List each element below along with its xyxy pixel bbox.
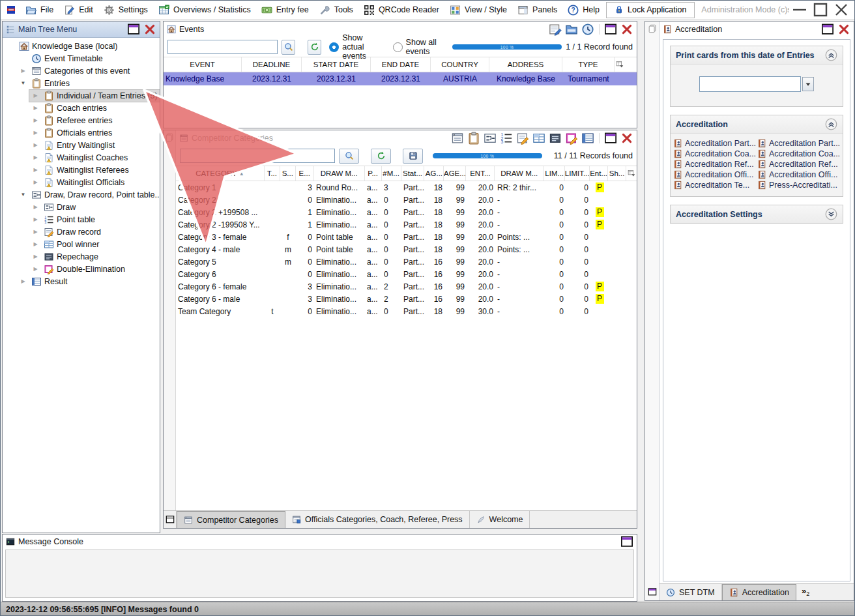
expand-arrow-icon[interactable]: ▶ xyxy=(18,278,29,284)
expand-arrow-icon[interactable]: ▶ xyxy=(30,216,41,222)
events-column-country[interactable]: COUNTRY xyxy=(431,57,489,72)
events-table-row[interactable]: Knowledge Base2023.12.312023.12.312023.1… xyxy=(164,72,637,85)
accreditation-button-accreditation-ref[interactable]: Accreditation Ref... xyxy=(673,160,756,169)
events-refresh-button[interactable] xyxy=(308,40,321,55)
accreditation-button-press-accreditati[interactable]: Press-Accreditati... xyxy=(757,181,840,190)
categories-column-ent-14[interactable]: Ent... xyxy=(590,166,608,181)
collapse-group-button[interactable] xyxy=(825,118,837,130)
accreditation-button-accreditation-te[interactable]: Accreditation Te... xyxy=(673,181,756,190)
collapse-group-button[interactable] xyxy=(825,49,837,61)
menu-item-entry-fee[interactable]: Entry fee xyxy=(256,1,314,19)
panel-maximize-icon[interactable] xyxy=(127,23,140,35)
message-console-body[interactable] xyxy=(5,550,634,598)
tree-item-result[interactable]: ▶Result xyxy=(3,275,160,287)
categories-column-category-0[interactable]: CATEGORY▲ xyxy=(176,166,265,181)
categories-column-m-6[interactable]: #M... xyxy=(382,166,401,181)
categories-search-input[interactable] xyxy=(180,149,335,163)
radio-show-all-events[interactable]: Show all events xyxy=(393,38,440,56)
expand-arrow-icon[interactable]: ▶ xyxy=(30,93,41,98)
expand-arrow-icon[interactable]: ▶ xyxy=(30,117,41,123)
print-date-dropdown-button[interactable] xyxy=(802,77,814,91)
window-close-button[interactable] xyxy=(831,1,852,19)
expand-arrow-icon[interactable]: ▶ xyxy=(30,154,41,160)
panel-close-icon[interactable] xyxy=(837,23,850,35)
categories-column-ag-8[interactable]: AG... xyxy=(424,166,444,181)
tree-item-draw-record[interactable]: ▶Draw record xyxy=(3,226,160,238)
lock-application-button[interactable]: Lock Application xyxy=(606,2,695,18)
pages-icon[interactable] xyxy=(648,24,657,33)
expand-arrow-icon[interactable]: ▶ xyxy=(30,142,41,148)
categories-table-row-category-2-199508[interactable]: Category 2 +199508 ...1Eliminatio...a...… xyxy=(176,206,637,218)
expand-arrow-icon[interactable]: ▶ xyxy=(30,254,41,259)
tree-item-pool-winner[interactable]: ▶Pool winner xyxy=(3,238,160,250)
expand-arrow-icon[interactable]: ▶ xyxy=(30,130,41,136)
categories-table-row-category-6[interactable]: Category 60Eliminatio...a...0Part...1699… xyxy=(176,268,637,280)
categories-column-draw-m-4[interactable]: DRAW M... xyxy=(314,166,365,181)
categories-column-lim-12[interactable]: LIM... xyxy=(544,166,565,181)
menu-item-panels[interactable]: Panels xyxy=(512,1,562,19)
toolbar-draw-record-icon[interactable] xyxy=(516,132,529,144)
tree-item-officials-entries[interactable]: ▶Officials entries xyxy=(3,126,160,139)
categories-column-e-3[interactable]: E... xyxy=(296,166,314,181)
tab-overflow-button[interactable]: » 2 xyxy=(796,584,815,600)
tab-competitor-categories[interactable]: Competitor Categories xyxy=(177,511,285,528)
panel-close-icon[interactable] xyxy=(620,23,633,35)
app-icon[interactable] xyxy=(6,5,16,15)
accreditation-button-accreditation-offi[interactable]: Accreditation Offi... xyxy=(757,170,840,179)
events-search-button[interactable] xyxy=(282,40,295,55)
expand-arrow-icon[interactable]: ▶ xyxy=(18,68,29,74)
categories-table-row-category-5[interactable]: Category 5m0Eliminatio...a...0Part...169… xyxy=(176,256,637,268)
expand-arrow-icon[interactable]: ▶ xyxy=(30,179,41,185)
tree-item-draw[interactable]: ▶Draw xyxy=(3,201,160,213)
events-column-event[interactable]: EVENT xyxy=(164,57,242,72)
tree-item-individual-team-entries-5[interactable]: ▶Individual / Team Entries (5) xyxy=(3,89,160,102)
panel-maximize-icon[interactable] xyxy=(821,23,834,35)
categories-table-row-category-3-female[interactable]: Category 3 - femalef0Point tablea...0Par… xyxy=(176,231,637,243)
categories-table-row-category-1[interactable]: Category 13Round Ro...a...3Part...189920… xyxy=(176,181,637,194)
categories-column-sh-15[interactable]: Sh... xyxy=(608,166,626,181)
categories-column-ent-10[interactable]: ENT... xyxy=(466,166,495,181)
menu-item-view-style[interactable]: View / Style xyxy=(444,1,512,19)
tree-item-waitinglist-coaches[interactable]: ▶Waitinglist Coaches xyxy=(3,151,160,164)
tree-item-event-timetable[interactable]: Event Timetable xyxy=(3,52,160,65)
categories-column-t-1[interactable]: T... xyxy=(265,166,280,181)
collapse-arrow-icon[interactable]: ▼ xyxy=(18,192,29,198)
categories-column-age-9[interactable]: AGE... xyxy=(444,166,466,181)
events-column-start-date[interactable]: START DATE xyxy=(302,57,371,72)
tree-item-referee-entries[interactable]: ▶Referee entries xyxy=(3,114,160,126)
tree-item-double-elimination[interactable]: ▶Double-Elimination xyxy=(3,263,160,275)
toolbar-repechage-icon[interactable] xyxy=(549,132,562,144)
categories-table-row-team-category[interactable]: Team Categoryt0Eliminatio...a...0Part...… xyxy=(176,305,637,317)
tree-item-knowledge-base-local[interactable]: Knowledge Base (local) xyxy=(3,40,160,52)
categories-table-row-category-6-male[interactable]: Category 6 - male3Eliminatio...a...2Part… xyxy=(176,293,637,305)
events-column-type[interactable]: TYPE xyxy=(562,57,615,72)
panel-maximize-icon[interactable] xyxy=(620,536,633,548)
tab-set-dtm[interactable]: SET DTM xyxy=(659,584,722,600)
panel-maximize-icon[interactable] xyxy=(604,132,617,144)
pages-icon[interactable] xyxy=(165,133,174,142)
minimize-button[interactable] xyxy=(789,1,810,19)
tree-item-waitinglist-referees[interactable]: ▶Waitinglist Referees xyxy=(3,164,160,176)
maximize-button[interactable] xyxy=(810,1,831,19)
tree-item-entry-waitinglist[interactable]: ▶Entry Waitinglist xyxy=(3,139,160,151)
events-column-address[interactable]: ADDRESS xyxy=(489,57,562,72)
categories-refresh-button[interactable] xyxy=(371,149,391,164)
accreditation-button-accreditation-offi[interactable]: Accreditation Offi... xyxy=(673,170,756,179)
panel-close-icon[interactable] xyxy=(143,23,156,35)
expand-group-button[interactable] xyxy=(825,208,837,220)
accreditation-button-accreditation-ref[interactable]: Accreditation Ref... xyxy=(757,160,840,169)
tree-item-point-table[interactable]: ▶123Point table xyxy=(3,213,160,226)
menu-item-tools[interactable]: Tools xyxy=(314,1,358,19)
menu-item-file[interactable]: File xyxy=(20,1,59,19)
column-chooser-icon[interactable] xyxy=(615,57,625,72)
categories-save-button[interactable] xyxy=(403,149,423,164)
toolbar-result-icon[interactable] xyxy=(581,132,594,144)
expand-arrow-icon[interactable]: ▶ xyxy=(30,204,41,210)
column-chooser-icon[interactable] xyxy=(626,166,637,181)
categories-table-row-category-6-female[interactable]: Category 6 - female3Eliminatio...a...2Pa… xyxy=(176,280,637,293)
categories-column-stat-7[interactable]: Stat... xyxy=(401,166,425,181)
tab-accreditation[interactable]: Accreditation xyxy=(722,584,796,600)
tree-item-draw-draw-record-point-table[interactable]: ▼Draw, Draw record, Point table... xyxy=(3,188,160,201)
menu-item-settings[interactable]: Settings xyxy=(98,1,153,19)
categories-column-draw-m-11[interactable]: DRAW M... xyxy=(495,166,544,181)
